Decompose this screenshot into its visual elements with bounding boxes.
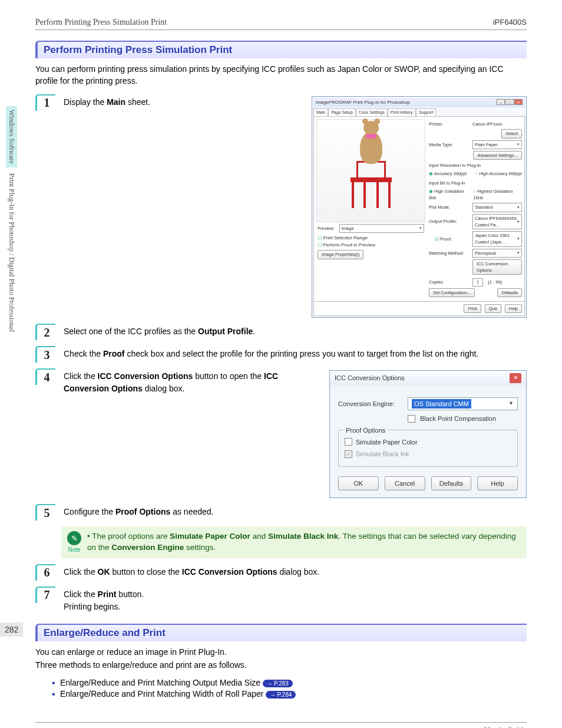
bullet-roll-paper: Enlarge/Reduce and Print Matching Width … (52, 689, 527, 699)
help-button[interactable]: Help (505, 304, 522, 313)
cancel-button[interactable]: Cancel (385, 476, 425, 491)
step-1: 1 Display the Main sheet. imagePROGRAF P… (35, 94, 527, 318)
side-tab-print-plugin[interactable]: Print Plug-In for Photoshop / Digital Ph… (6, 170, 17, 335)
image-properties-button[interactable]: Image Properties(I) (318, 250, 363, 259)
matching-method-dropdown[interactable]: Perceptual (472, 249, 522, 258)
header-right: iPF6400S (493, 18, 527, 27)
step-2: 2 Select one of the ICC profiles as the … (35, 324, 527, 340)
proof-checkbox[interactable]: Proof: (429, 236, 470, 242)
icc-conversion-dialog: ICC Conversion Options ✕ Conversion Engi… (329, 370, 527, 498)
gradation-8bit-radio[interactable]: High Gradation 8bit (429, 188, 471, 202)
bit-group-label: Input Bit to Plug-in (429, 180, 522, 186)
conversion-engine-dropdown[interactable]: OS Standard CMM (408, 397, 518, 411)
minimize-icon[interactable]: – (497, 99, 505, 105)
enlarge-p1: You can enlarge or reduce an image in Pr… (35, 646, 527, 658)
intro-text: You can perform printing press simulatio… (35, 63, 527, 87)
proof-options-title: Proof Options (343, 426, 388, 436)
defaults-button[interactable]: Defaults (497, 288, 522, 297)
tab-color-settings[interactable]: Color Settings (356, 108, 388, 117)
dialog1-tabs: Main Page Setup Color Settings Print His… (313, 108, 525, 117)
copies-label: Copies: (429, 279, 470, 285)
step-number: 2 (35, 324, 55, 340)
section-heading-simulation: Perform Printing Press Simulation Print (35, 41, 527, 58)
step-5-text: Configure the Proof Options as needed. (64, 504, 527, 518)
copies-range: (1 - 99) (488, 279, 502, 285)
advanced-settings-button[interactable]: Advanced Settings... (473, 151, 522, 160)
simulate-paper-color-label: Simulate Paper Color (356, 437, 418, 447)
page-number: 282 (0, 622, 23, 637)
step-7: 7 Click the Print button. Printing begin… (35, 587, 527, 613)
ok-button[interactable]: OK (338, 476, 379, 491)
defaults-button[interactable]: Defaults (431, 476, 472, 491)
accuracy-300-radio[interactable]: Accuracy 300ppi (429, 170, 467, 177)
close-icon[interactable]: ✕ (510, 373, 521, 383)
perform-proof-preview-checkbox[interactable]: Perform Proof in Preview (318, 242, 424, 249)
tab-support[interactable]: Support (416, 108, 437, 117)
step-number: 7 (35, 587, 55, 603)
accuracy-600-radio[interactable]: High Accuracy 600ppi (475, 170, 522, 177)
gradation-16bit-radio[interactable]: Highest Gradation 16bit (473, 188, 522, 202)
step-number: 3 (35, 346, 55, 363)
step-number: 4 (35, 368, 55, 385)
tab-main[interactable]: Main (313, 108, 328, 117)
proof-options-group: Proof Options Simulate Paper Color Simul… (338, 430, 518, 467)
preview-label: Preview: (318, 225, 335, 232)
step-2-text: Select one of the ICC profiles as the Ou… (64, 324, 527, 338)
page-header: Perform Printing Press Simulation Print … (35, 18, 527, 30)
tab-print-history[interactable]: Print History (388, 108, 416, 117)
media-type-dropdown[interactable]: Plain Paper (472, 140, 522, 149)
select-printer-button[interactable]: Select (501, 129, 522, 138)
step-5: 5 Configure the Proof Options as needed. (35, 504, 527, 521)
print-button[interactable]: Print (464, 304, 481, 313)
printer-label: Printer: (429, 121, 470, 127)
section-heading-enlarge: Enlarge/Reduce and Print (35, 624, 527, 641)
step-3: 3 Check the Proof check box and select t… (35, 346, 527, 363)
help-button[interactable]: Help (477, 476, 518, 491)
simulate-paper-color-checkbox[interactable] (345, 438, 352, 446)
quit-button[interactable]: Quit (485, 304, 501, 313)
preview-image (316, 119, 425, 222)
resolution-group-label: Input Resolution to Plug-in (429, 162, 522, 169)
simulate-black-ink-checkbox[interactable] (345, 450, 352, 458)
note-icon: ✎ Note (67, 531, 81, 553)
maximize-icon[interactable]: □ (505, 99, 514, 105)
icc-conversion-options-button[interactable]: ICC Conversion Options (472, 259, 522, 275)
step-3-text: Check the Proof check box and select the… (64, 346, 527, 360)
matching-method-label: Matching Method: (429, 250, 470, 256)
step-4-text: Click the ICC Conversion Options button … (64, 370, 323, 395)
dialog2-title: ICC Conversion Options (335, 373, 405, 383)
page-ref-283[interactable]: P.283 (263, 680, 293, 687)
printer-value: Canon iPFxxxx (472, 121, 522, 127)
pencil-icon: ✎ (67, 531, 81, 545)
note-text: • The proof options are Simulate Paper C… (87, 531, 521, 554)
main-sheet-dialog: imagePROGRAF Print Plug-In for Photoshop… (312, 96, 527, 318)
bpc-checkbox[interactable] (408, 415, 415, 423)
footer: User's Guide (35, 722, 527, 728)
plot-mode-dropdown[interactable]: Standard (472, 203, 522, 212)
bpc-label: Black Point Compensation (420, 414, 496, 424)
plot-mode-label: Plot Mode: (429, 204, 470, 210)
output-profile-dropdown[interactable]: Canon iPF6400/6450 Coated Pa… (472, 214, 522, 230)
bullet-output-media: Enlarge/Reduce and Print Matching Output… (52, 678, 527, 687)
note-box: ✎ Note • The proof options are Simulate … (61, 526, 527, 558)
step-1-text: Display the Main sheet. (64, 96, 306, 108)
step-6-text: Click the OK button to close the ICC Con… (64, 564, 527, 578)
step-number: 5 (35, 504, 55, 521)
page-ref-284[interactable]: P.284 (266, 691, 296, 699)
set-configuration-button[interactable]: Set Configuration... (429, 288, 475, 297)
step-7-text: Click the Print button. Printing begins. (64, 587, 527, 613)
enlarge-bullets: Enlarge/Reduce and Print Matching Output… (52, 678, 527, 699)
print-selected-range-checkbox[interactable]: Print Selected Range (318, 235, 424, 242)
step-number: 1 (35, 94, 55, 111)
header-left: Perform Printing Press Simulation Print (35, 18, 167, 27)
tab-page-setup[interactable]: Page Setup (328, 108, 356, 117)
enlarge-p2: Three methods to enlarge/reduce and prin… (35, 659, 527, 671)
window-buttons: –□× (496, 99, 523, 106)
copies-input[interactable]: 1 (472, 278, 483, 286)
step-4: 4 Click the ICC Conversion Options butto… (35, 368, 527, 498)
proof-profile-dropdown[interactable]: Japan Color 2001 Coated (Japa… (472, 231, 522, 247)
close-icon[interactable]: × (514, 99, 523, 105)
output-profile-label: Output Profile: (429, 218, 470, 225)
side-tab-windows-software[interactable]: Windows Software (6, 106, 17, 167)
preview-dropdown[interactable]: Image (339, 224, 424, 233)
